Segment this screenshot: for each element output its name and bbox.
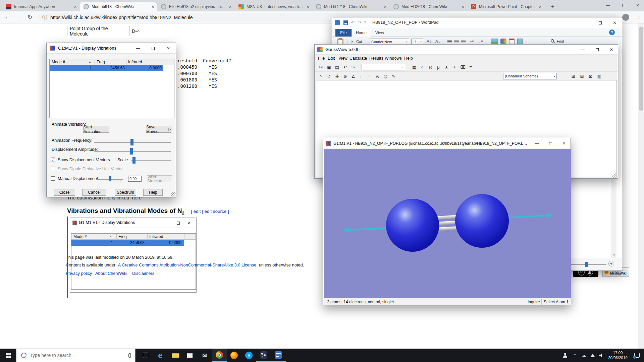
undo-icon[interactable]: ↶ [341, 64, 349, 70]
rebond-icon[interactable]: ≡ [467, 64, 474, 70]
browser-menu-icon[interactable]: ⋮ [636, 13, 642, 20]
start-button[interactable] [0, 349, 16, 362]
manual-displacement-checkbox[interactable] [51, 176, 55, 181]
show-dipole-checkbox[interactable] [51, 167, 55, 171]
footer-link-privacy[interactable]: Privacy policy [66, 271, 92, 276]
footer-link-about[interactable]: About ChemWiki [95, 271, 127, 276]
vibrations-table-row-selected[interactable]: 1 2456.63 0.0000 [50, 65, 163, 71]
rotate-icon[interactable]: ↺ [325, 73, 333, 79]
distance-icon[interactable]: ↔ [358, 73, 365, 79]
tab-close-icon[interactable]: ✕ [229, 5, 232, 9]
reload-icon[interactable]: ↻ [28, 14, 32, 21]
edit-icon[interactable]: ✎ [390, 73, 397, 79]
align-left-icon[interactable] [447, 40, 452, 44]
cancel-button[interactable]: Cancel [82, 189, 106, 196]
edge-icon[interactable]: e [153, 349, 168, 362]
help-button[interactable]: Help [143, 189, 163, 196]
zoom-slider-thumb[interactable] [585, 262, 588, 267]
browser-tab[interactable]: P Microsoft PowerPoint - Chapter ✕ [468, 2, 544, 11]
column-header-freq[interactable]: Freq [97, 60, 105, 64]
copy-icon[interactable]: ▣ [325, 64, 333, 70]
search-box[interactable] [16, 349, 136, 362]
tab-home[interactable]: Home [352, 29, 371, 37]
page-scrollbar[interactable] [638, 23, 644, 349]
spectrum-button[interactable]: Spectrum [115, 189, 136, 196]
vibrations-table-header[interactable]: Mode # ▲ Freq Infrared [50, 59, 174, 65]
manual-displacement-input[interactable] [128, 176, 142, 182]
store-icon[interactable] [182, 349, 197, 362]
avatar-icon[interactable] [622, 14, 629, 21]
network-icon[interactable] [588, 349, 597, 362]
displacement-amplitude-slider[interactable] [94, 148, 171, 155]
save-structure-button[interactable]: Save Structure... [147, 175, 172, 182]
people-icon[interactable] [559, 349, 571, 362]
action-center-icon[interactable] [630, 349, 644, 362]
molecule-viewport[interactable] [324, 149, 571, 298]
bond-angle-icon[interactable]: ∠ [350, 73, 357, 79]
save-icon[interactable] [343, 20, 348, 25]
find-label[interactable]: Find [557, 39, 564, 43]
nitrogen-atom-left[interactable] [386, 199, 439, 252]
grow-font-icon[interactable]: A↑ [427, 39, 431, 44]
picture-icon[interactable] [491, 39, 498, 44]
scroll-down-button[interactable]: ▾ [611, 252, 617, 258]
browser-tab[interactable]: Mod:ht4218 - ChemWiki ✕ [313, 2, 389, 11]
insert-object-icon[interactable] [517, 39, 523, 44]
chrome-icon[interactable] [212, 349, 227, 362]
browser-tab[interactable]: Imperial AppsAnywhere ✕ [3, 2, 79, 11]
wordpad-icon[interactable] [271, 349, 286, 362]
chevron-up-icon[interactable]: ⌃ [571, 349, 580, 362]
skype-icon[interactable]: S [241, 349, 256, 362]
dihedral-icon[interactable]: ° [366, 73, 373, 79]
add-valence-icon[interactable]: + [451, 64, 458, 70]
translate-icon[interactable]: ✚ [333, 73, 341, 79]
shrink-font-icon[interactable]: A↓ [435, 39, 440, 44]
qat-dropdown-icon[interactable]: ▾ [364, 20, 366, 24]
nitrogen-atom-right[interactable] [455, 194, 509, 248]
menu-file[interactable]: File [316, 55, 327, 62]
show-displacement-vectors-checkbox[interactable]: ✓ [51, 158, 55, 162]
molecule-maximize-button[interactable] [545, 138, 556, 149]
wordpad-minimize-button[interactable]: — [579, 17, 593, 28]
dialog-minimize-button[interactable]: — [131, 43, 145, 54]
align-right-icon[interactable] [461, 40, 466, 44]
cascade-windows-icon[interactable]: ⊟ [578, 73, 586, 79]
menu-help[interactable]: Help [402, 55, 415, 62]
new-tab-button[interactable]: + [548, 2, 557, 11]
redo-icon[interactable]: ↷ [350, 64, 357, 70]
scrollbar-thumb[interactable] [639, 27, 643, 111]
file-explorer-icon[interactable] [168, 349, 182, 362]
tab-close-icon[interactable]: ✕ [307, 5, 309, 9]
r-group-fragment-icon[interactable]: R [427, 64, 434, 70]
molecule-minimize-button[interactable]: — [531, 138, 543, 149]
browser-tab[interactable]: MSN UK: Latest news, weather, H ✕ [235, 2, 312, 11]
displacement-amplitude-thumb[interactable] [130, 148, 133, 155]
gaussview-close-button[interactable]: ✕ [605, 45, 618, 55]
align-center-icon[interactable] [454, 40, 459, 44]
window-minimize-button[interactable]: — [600, 0, 616, 11]
gaussview-minimize-button[interactable]: — [576, 45, 589, 55]
dialog-maximize-button[interactable] [146, 43, 160, 54]
gaussview-resize-grip[interactable] [612, 173, 617, 178]
datetime-icon[interactable] [509, 39, 515, 44]
start-animation-button[interactable]: Start Animation [83, 126, 109, 133]
scale-thumb[interactable] [132, 157, 136, 164]
find-icon[interactable] [551, 39, 554, 43]
browser-tab[interactable]: File:Hb918 n2 displayvibrations.p ✕ [158, 2, 234, 11]
atom-labels-icon[interactable]: A [374, 73, 381, 79]
fragment-combo[interactable]: ▾ [362, 64, 405, 70]
volume-icon[interactable] [597, 349, 606, 362]
biological-fragment-icon[interactable]: β [435, 64, 442, 70]
tab-file[interactable]: File [335, 29, 352, 37]
center-icon[interactable]: ⊕ [341, 73, 349, 79]
bullet-list-icon[interactable]: •≡ [470, 39, 474, 43]
dialog-resize-grip[interactable] [171, 192, 175, 197]
browser-tab-active[interactable]: Mod:hb918 - ChemWiki ✕ [80, 2, 157, 11]
mail-icon[interactable]: ✉ [197, 349, 212, 362]
cut-label[interactable]: Cut [356, 40, 362, 44]
scheme-select[interactable]: (Unnamed Scheme) ▾ [503, 73, 557, 79]
zoom-in-button[interactable]: + [608, 261, 614, 266]
select-icon[interactable]: ↖ [317, 73, 325, 79]
ring-fragment-icon[interactable]: ○ [419, 64, 426, 70]
forward-icon[interactable]: → [16, 14, 22, 20]
